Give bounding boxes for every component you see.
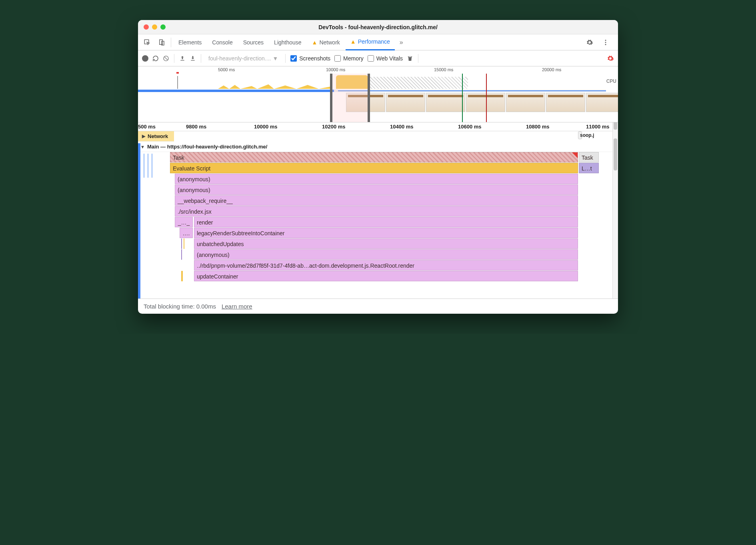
svg-rect-8 xyxy=(191,60,194,60)
screenshot-thumb[interactable] xyxy=(386,93,425,112)
screenshot-thumb[interactable] xyxy=(466,93,505,112)
zoom-icon[interactable] xyxy=(160,24,166,30)
screenshot-thumb[interactable] xyxy=(506,93,545,112)
bar-label: (anonymous) xyxy=(197,252,230,258)
flame-frame[interactable]: (anonymous) xyxy=(175,174,578,184)
svg-rect-7 xyxy=(180,60,184,60)
scroll-thumb[interactable] xyxy=(614,138,617,170)
clear-icon[interactable] xyxy=(163,55,169,62)
bar-label: Evaluate Script xyxy=(173,165,210,172)
tick-label: 5000 ms xyxy=(218,67,235,72)
tab-network[interactable]: ▲Network xyxy=(307,34,345,50)
tab-label: Elements xyxy=(178,39,202,46)
tab-label: Console xyxy=(212,39,232,46)
flame-frame[interactable]: …. xyxy=(180,228,193,238)
bar-label: Task xyxy=(173,154,184,161)
svg-point-5 xyxy=(605,44,606,45)
record-icon[interactable] xyxy=(142,55,148,62)
inspect-icon[interactable] xyxy=(140,36,154,49)
flame-frame[interactable]: _…_ xyxy=(175,217,193,227)
screenshot-thumb[interactable] xyxy=(586,93,618,112)
tab-elements[interactable]: Elements xyxy=(174,34,206,50)
screenshot-thumb[interactable] xyxy=(426,93,465,112)
flame-frame[interactable]: updateContainer xyxy=(194,271,578,281)
screenshot-thumb[interactable] xyxy=(546,93,585,112)
bar-label: _…_ xyxy=(178,219,190,226)
tab-performance[interactable]: ▲Performance xyxy=(346,34,395,50)
track-label: Network xyxy=(148,133,168,139)
main-track-header[interactable]: ▼ Main — https://foul-heavenly-direction… xyxy=(138,142,618,152)
tick-label: 20000 ms xyxy=(542,67,561,72)
overview-timeline[interactable]: 5000 ms 10000 ms 15000 ms 20000 ms CPU N… xyxy=(138,66,618,122)
bar-label: L…t xyxy=(582,165,592,172)
tick-label: 10800 ms xyxy=(526,124,550,130)
flame-frame[interactable]: unbatchedUpdates xyxy=(194,238,578,249)
thread-gutter xyxy=(138,143,140,299)
recording-selector[interactable]: foul-heavenly-direction....▼ xyxy=(206,55,280,62)
screenshots-strip xyxy=(138,93,606,112)
flame-task[interactable]: Task xyxy=(170,152,578,162)
flame-evaluate-script[interactable]: Evaluate Script xyxy=(170,163,578,173)
flame-frame[interactable]: legacyRenderSubtreeIntoContainer xyxy=(194,228,578,238)
flame-frame[interactable]: ./src/index.jsx xyxy=(175,206,578,216)
marker-green xyxy=(462,74,463,122)
overview-ruler: 5000 ms 10000 ms 15000 ms 20000 ms xyxy=(138,66,618,74)
bar-label: Task xyxy=(582,154,593,161)
reload-icon[interactable] xyxy=(152,55,159,62)
tab-sources[interactable]: Sources xyxy=(238,34,268,50)
flamechart[interactable]: Task Task Evaluate Script L…t (anonymous… xyxy=(170,152,618,276)
tab-lighthouse[interactable]: Lighthouse xyxy=(269,34,306,50)
flame-frame[interactable]: __webpack_require__ xyxy=(175,195,578,206)
screenshots-checkbox[interactable]: Screenshots xyxy=(290,55,330,62)
memory-checkbox[interactable]: Memory xyxy=(334,55,364,62)
more-tabs-icon[interactable]: » xyxy=(396,39,407,46)
checkbox-input[interactable] xyxy=(368,55,374,62)
flame-frame[interactable]: ../rbd/pnpm-volume/28d7f85f-31d7-4fd8-ab… xyxy=(194,260,578,270)
flame-layout[interactable]: L…t xyxy=(579,163,599,173)
tick-label: 10000 ms xyxy=(254,124,278,130)
trash-icon[interactable] xyxy=(407,55,413,62)
webvitals-checkbox[interactable]: Web Vitals xyxy=(368,55,403,62)
checkbox-input[interactable] xyxy=(334,55,341,62)
flamechart-panel: 500 ms 9800 ms 10000 ms 10200 ms 10400 m… xyxy=(138,122,618,299)
titlebar: DevTools - foul-heavenly-direction.glitc… xyxy=(138,20,618,34)
selector-label: foul-heavenly-direction.... xyxy=(208,55,271,62)
flame-frame[interactable]: (anonymous) xyxy=(175,184,578,195)
window-title: DevTools - foul-heavenly-direction.glitc… xyxy=(138,24,618,30)
download-icon[interactable] xyxy=(190,55,196,62)
tick-label: 9800 ms xyxy=(186,124,206,130)
tick-label: 10400 ms xyxy=(390,124,414,130)
overview-selection[interactable] xyxy=(330,74,370,122)
tab-label: Performance xyxy=(358,38,390,45)
bar-label: updateContainer xyxy=(197,273,238,280)
flame-frame[interactable]: (anonymous) xyxy=(194,249,578,260)
detail-ruler[interactable]: 500 ms 9800 ms 10000 ms 10200 ms 10400 m… xyxy=(138,122,618,131)
tick-label: 500 ms xyxy=(138,124,156,130)
bar-label: render xyxy=(197,219,213,226)
tick-label: 10200 ms xyxy=(322,124,346,130)
flame-task[interactable]: Task xyxy=(579,152,599,162)
network-entry[interactable]: soop.j xyxy=(578,131,582,139)
warning-icon: ▲ xyxy=(312,39,318,46)
devtools-window: DevTools - foul-heavenly-direction.glitc… xyxy=(138,20,618,314)
marker-line xyxy=(148,154,148,178)
vertical-scrollbar[interactable] xyxy=(612,122,618,299)
upload-icon[interactable] xyxy=(179,55,186,62)
tab-console[interactable]: Console xyxy=(207,34,237,50)
chevron-down-icon: ▼ xyxy=(272,55,278,62)
tab-label: Lighthouse xyxy=(274,39,302,46)
minimize-icon[interactable] xyxy=(152,24,157,30)
capture-settings-icon[interactable] xyxy=(607,55,614,62)
separator xyxy=(171,38,171,47)
settings-icon[interactable] xyxy=(583,36,596,49)
flame-frame[interactable]: render xyxy=(194,217,578,227)
close-icon[interactable] xyxy=(144,24,149,30)
kebab-menu-icon[interactable] xyxy=(599,36,612,49)
learn-more-link[interactable]: Learn more xyxy=(222,303,252,310)
separator xyxy=(174,54,174,63)
device-toggle-icon[interactable] xyxy=(155,36,168,49)
network-track-header[interactable]: ▶ Network soop.j xyxy=(138,131,174,142)
checkbox-input[interactable] xyxy=(290,55,297,62)
net-track xyxy=(138,90,606,92)
scroll-thumb[interactable] xyxy=(614,122,617,130)
